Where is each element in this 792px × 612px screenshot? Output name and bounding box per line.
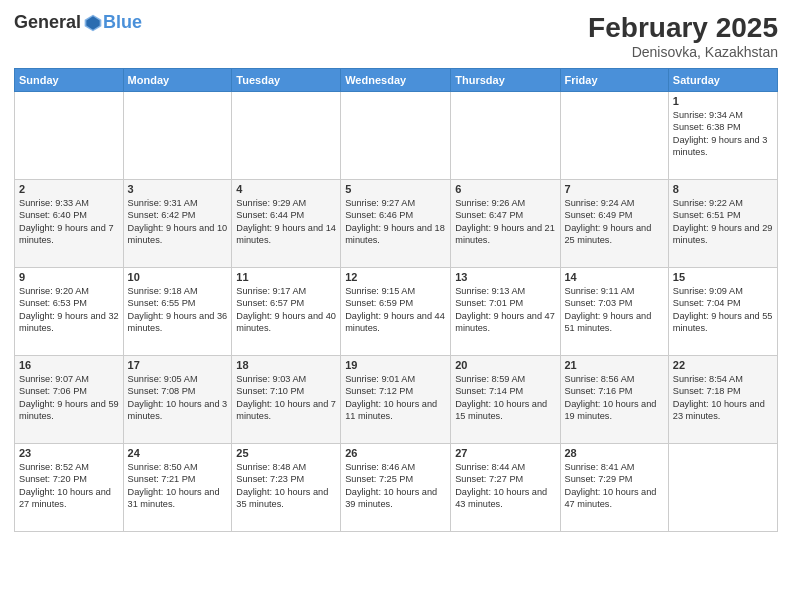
day-number: 2 xyxy=(19,183,119,195)
day-number: 6 xyxy=(455,183,555,195)
calendar-cell: 8Sunrise: 9:22 AM Sunset: 6:51 PM Daylig… xyxy=(668,180,777,268)
day-number: 20 xyxy=(455,359,555,371)
calendar-cell: 24Sunrise: 8:50 AM Sunset: 7:21 PM Dayli… xyxy=(123,444,232,532)
logo-blue: Blue xyxy=(103,12,142,33)
calendar-cell: 18Sunrise: 9:03 AM Sunset: 7:10 PM Dayli… xyxy=(232,356,341,444)
day-number: 5 xyxy=(345,183,446,195)
header-day-sunday: Sunday xyxy=(15,69,124,92)
day-number: 16 xyxy=(19,359,119,371)
calendar-cell xyxy=(123,92,232,180)
calendar-cell xyxy=(15,92,124,180)
calendar-week-1: 2Sunrise: 9:33 AM Sunset: 6:40 PM Daylig… xyxy=(15,180,778,268)
day-info: Sunrise: 9:18 AM Sunset: 6:55 PM Dayligh… xyxy=(128,285,228,335)
day-number: 14 xyxy=(565,271,664,283)
calendar-cell: 23Sunrise: 8:52 AM Sunset: 7:20 PM Dayli… xyxy=(15,444,124,532)
calendar-cell xyxy=(668,444,777,532)
calendar-week-2: 9Sunrise: 9:20 AM Sunset: 6:53 PM Daylig… xyxy=(15,268,778,356)
logo-icon xyxy=(83,13,103,33)
day-info: Sunrise: 9:27 AM Sunset: 6:46 PM Dayligh… xyxy=(345,197,446,247)
calendar-cell: 22Sunrise: 8:54 AM Sunset: 7:18 PM Dayli… xyxy=(668,356,777,444)
day-number: 27 xyxy=(455,447,555,459)
calendar-cell: 11Sunrise: 9:17 AM Sunset: 6:57 PM Dayli… xyxy=(232,268,341,356)
header-day-tuesday: Tuesday xyxy=(232,69,341,92)
calendar-cell: 3Sunrise: 9:31 AM Sunset: 6:42 PM Daylig… xyxy=(123,180,232,268)
calendar-cell: 26Sunrise: 8:46 AM Sunset: 7:25 PM Dayli… xyxy=(341,444,451,532)
calendar-cell: 2Sunrise: 9:33 AM Sunset: 6:40 PM Daylig… xyxy=(15,180,124,268)
logo: General Blue xyxy=(14,12,142,33)
day-number: 21 xyxy=(565,359,664,371)
calendar-cell: 17Sunrise: 9:05 AM Sunset: 7:08 PM Dayli… xyxy=(123,356,232,444)
day-number: 9 xyxy=(19,271,119,283)
header-day-thursday: Thursday xyxy=(451,69,560,92)
calendar-cell: 14Sunrise: 9:11 AM Sunset: 7:03 PM Dayli… xyxy=(560,268,668,356)
day-info: Sunrise: 9:29 AM Sunset: 6:44 PM Dayligh… xyxy=(236,197,336,247)
header-day-monday: Monday xyxy=(123,69,232,92)
day-number: 19 xyxy=(345,359,446,371)
calendar-subtitle: Denisovka, Kazakhstan xyxy=(588,44,778,60)
header-day-friday: Friday xyxy=(560,69,668,92)
day-number: 24 xyxy=(128,447,228,459)
calendar-cell: 5Sunrise: 9:27 AM Sunset: 6:46 PM Daylig… xyxy=(341,180,451,268)
day-info: Sunrise: 8:52 AM Sunset: 7:20 PM Dayligh… xyxy=(19,461,119,511)
calendar-cell: 25Sunrise: 8:48 AM Sunset: 7:23 PM Dayli… xyxy=(232,444,341,532)
calendar-cell: 1Sunrise: 9:34 AM Sunset: 6:38 PM Daylig… xyxy=(668,92,777,180)
calendar-body: 1Sunrise: 9:34 AM Sunset: 6:38 PM Daylig… xyxy=(15,92,778,532)
header-row: SundayMondayTuesdayWednesdayThursdayFrid… xyxy=(15,69,778,92)
logo-general: General xyxy=(14,12,81,33)
day-info: Sunrise: 9:20 AM Sunset: 6:53 PM Dayligh… xyxy=(19,285,119,335)
day-number: 18 xyxy=(236,359,336,371)
calendar-cell xyxy=(451,92,560,180)
header-day-saturday: Saturday xyxy=(668,69,777,92)
day-info: Sunrise: 9:33 AM Sunset: 6:40 PM Dayligh… xyxy=(19,197,119,247)
calendar-week-4: 23Sunrise: 8:52 AM Sunset: 7:20 PM Dayli… xyxy=(15,444,778,532)
day-number: 4 xyxy=(236,183,336,195)
day-info: Sunrise: 8:48 AM Sunset: 7:23 PM Dayligh… xyxy=(236,461,336,511)
day-info: Sunrise: 9:13 AM Sunset: 7:01 PM Dayligh… xyxy=(455,285,555,335)
day-number: 7 xyxy=(565,183,664,195)
day-number: 10 xyxy=(128,271,228,283)
day-info: Sunrise: 9:34 AM Sunset: 6:38 PM Dayligh… xyxy=(673,109,773,159)
day-number: 28 xyxy=(565,447,664,459)
calendar-cell: 16Sunrise: 9:07 AM Sunset: 7:06 PM Dayli… xyxy=(15,356,124,444)
day-number: 8 xyxy=(673,183,773,195)
calendar-cell: 7Sunrise: 9:24 AM Sunset: 6:49 PM Daylig… xyxy=(560,180,668,268)
day-info: Sunrise: 9:09 AM Sunset: 7:04 PM Dayligh… xyxy=(673,285,773,335)
day-number: 26 xyxy=(345,447,446,459)
day-info: Sunrise: 8:46 AM Sunset: 7:25 PM Dayligh… xyxy=(345,461,446,511)
day-number: 3 xyxy=(128,183,228,195)
calendar-cell: 21Sunrise: 8:56 AM Sunset: 7:16 PM Dayli… xyxy=(560,356,668,444)
day-number: 22 xyxy=(673,359,773,371)
day-info: Sunrise: 9:24 AM Sunset: 6:49 PM Dayligh… xyxy=(565,197,664,247)
day-info: Sunrise: 9:01 AM Sunset: 7:12 PM Dayligh… xyxy=(345,373,446,423)
calendar-cell: 9Sunrise: 9:20 AM Sunset: 6:53 PM Daylig… xyxy=(15,268,124,356)
day-info: Sunrise: 8:44 AM Sunset: 7:27 PM Dayligh… xyxy=(455,461,555,511)
calendar-cell xyxy=(232,92,341,180)
day-info: Sunrise: 9:22 AM Sunset: 6:51 PM Dayligh… xyxy=(673,197,773,247)
header-day-wednesday: Wednesday xyxy=(341,69,451,92)
day-info: Sunrise: 9:03 AM Sunset: 7:10 PM Dayligh… xyxy=(236,373,336,423)
day-info: Sunrise: 9:17 AM Sunset: 6:57 PM Dayligh… xyxy=(236,285,336,335)
day-info: Sunrise: 9:05 AM Sunset: 7:08 PM Dayligh… xyxy=(128,373,228,423)
day-info: Sunrise: 8:50 AM Sunset: 7:21 PM Dayligh… xyxy=(128,461,228,511)
calendar-cell: 15Sunrise: 9:09 AM Sunset: 7:04 PM Dayli… xyxy=(668,268,777,356)
calendar-cell: 20Sunrise: 8:59 AM Sunset: 7:14 PM Dayli… xyxy=(451,356,560,444)
calendar-cell: 27Sunrise: 8:44 AM Sunset: 7:27 PM Dayli… xyxy=(451,444,560,532)
calendar-title: February 2025 xyxy=(588,12,778,44)
day-info: Sunrise: 8:54 AM Sunset: 7:18 PM Dayligh… xyxy=(673,373,773,423)
header: General Blue February 2025 Denisovka, Ka… xyxy=(14,12,778,60)
day-info: Sunrise: 9:26 AM Sunset: 6:47 PM Dayligh… xyxy=(455,197,555,247)
day-info: Sunrise: 9:15 AM Sunset: 6:59 PM Dayligh… xyxy=(345,285,446,335)
day-number: 17 xyxy=(128,359,228,371)
page: General Blue February 2025 Denisovka, Ka… xyxy=(0,0,792,612)
calendar-cell: 6Sunrise: 9:26 AM Sunset: 6:47 PM Daylig… xyxy=(451,180,560,268)
calendar-table: SundayMondayTuesdayWednesdayThursdayFrid… xyxy=(14,68,778,532)
day-info: Sunrise: 8:56 AM Sunset: 7:16 PM Dayligh… xyxy=(565,373,664,423)
calendar-cell xyxy=(341,92,451,180)
day-info: Sunrise: 9:11 AM Sunset: 7:03 PM Dayligh… xyxy=(565,285,664,335)
day-number: 13 xyxy=(455,271,555,283)
day-number: 12 xyxy=(345,271,446,283)
calendar-cell: 12Sunrise: 9:15 AM Sunset: 6:59 PM Dayli… xyxy=(341,268,451,356)
calendar-cell: 10Sunrise: 9:18 AM Sunset: 6:55 PM Dayli… xyxy=(123,268,232,356)
title-block: February 2025 Denisovka, Kazakhstan xyxy=(588,12,778,60)
day-info: Sunrise: 9:07 AM Sunset: 7:06 PM Dayligh… xyxy=(19,373,119,423)
